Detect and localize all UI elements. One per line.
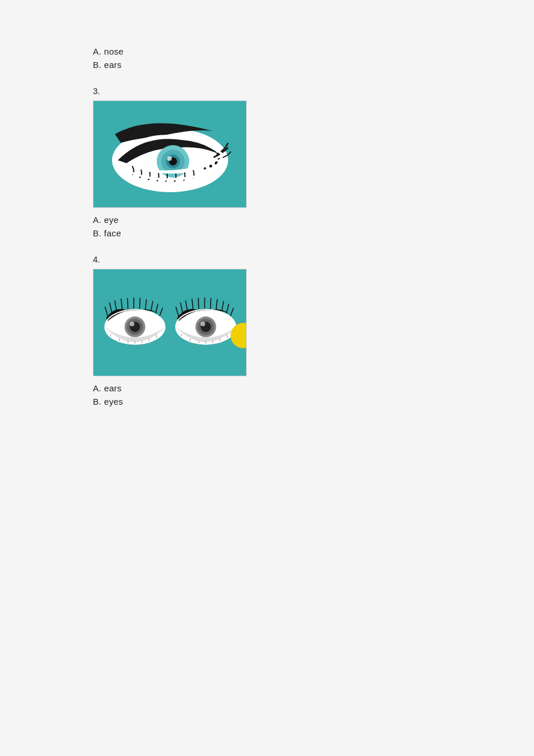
svg-point-7 — [209, 164, 212, 167]
eye-sticker-bg — [93, 101, 246, 207]
stylized-eye-svg — [103, 108, 237, 201]
svg-line-17 — [121, 298, 122, 309]
svg-line-44 — [210, 298, 211, 309]
svg-line-39 — [181, 303, 183, 313]
two-eyes-svg — [93, 269, 246, 376]
svg-line-41 — [192, 298, 193, 309]
question-3-number: 3. — [93, 86, 534, 96]
svg-line-15 — [110, 303, 112, 313]
question-3-block: 3. — [93, 86, 534, 238]
svg-line-42 — [199, 298, 199, 309]
page-content: A. nose B. ears 3. — [0, 0, 534, 469]
svg-line-38 — [176, 307, 179, 316]
svg-line-14 — [105, 307, 108, 316]
q3-option-a: A. eye — [93, 215, 534, 225]
svg-line-45 — [216, 299, 217, 309]
svg-point-37 — [201, 322, 205, 326]
svg-line-20 — [139, 298, 140, 309]
svg-point-13 — [130, 322, 135, 326]
svg-line-18 — [128, 298, 128, 309]
question-4-block: 4. — [93, 254, 534, 406]
q2-option-b: B. ears — [93, 60, 534, 70]
question-4-number: 4. — [93, 254, 534, 264]
svg-line-16 — [115, 300, 117, 311]
svg-line-46 — [222, 301, 223, 311]
svg-point-5 — [167, 156, 172, 161]
question-4-image — [93, 269, 247, 376]
svg-line-47 — [226, 304, 229, 313]
two-eyes-bg — [93, 269, 246, 376]
svg-line-48 — [230, 308, 233, 316]
svg-line-22 — [151, 301, 153, 311]
svg-point-8 — [204, 167, 206, 170]
question-3-image — [93, 100, 247, 208]
svg-line-40 — [186, 300, 187, 311]
q3-option-b: B. face — [93, 228, 534, 238]
svg-line-24 — [160, 308, 163, 316]
svg-line-21 — [145, 299, 146, 309]
q4-option-a: A. ears — [93, 383, 534, 393]
q4-option-b: B. eyes — [93, 397, 534, 406]
question-2-block: A. nose B. ears — [93, 46, 534, 70]
svg-line-23 — [156, 304, 158, 313]
q2-option-a: A. nose — [93, 46, 534, 56]
